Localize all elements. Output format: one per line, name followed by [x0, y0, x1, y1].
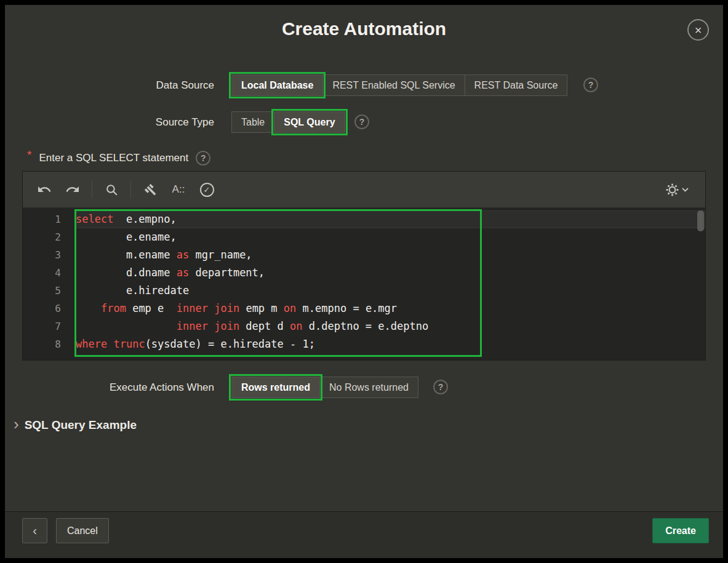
data-source-group: Local DatabaseREST Enabled SQL ServiceRE…: [231, 74, 567, 96]
dialog-title: Create Automation: [0, 18, 728, 39]
help-icon[interactable]: ?: [196, 151, 210, 166]
code-line[interactable]: e.ename,: [76, 228, 705, 246]
source-type-group-option[interactable]: Table: [231, 111, 274, 133]
search-icon: [105, 183, 119, 197]
line-number: 1: [23, 210, 76, 228]
line-number: 4: [23, 264, 76, 282]
sql-query-example-label: SQL Query Example: [25, 418, 137, 432]
close-button[interactable]: ×: [687, 19, 709, 41]
data-source-group-option[interactable]: REST Enabled SQL Service: [322, 74, 465, 96]
undo-icon: [37, 182, 52, 197]
scrollbar-thumb[interactable]: [697, 210, 704, 231]
toolbar-divider: [130, 180, 131, 199]
chevron-right-icon: ›: [14, 416, 19, 432]
footer: ‹ Cancel Create: [5, 511, 723, 558]
help-icon[interactable]: ?: [433, 380, 448, 394]
check-circle-icon: ✓: [200, 183, 214, 197]
source-type-group-option[interactable]: SQL Query: [274, 111, 345, 133]
execute-when-group: Rows returnedNo Rows returned: [231, 377, 418, 398]
code-line[interactable]: e.hiredate: [76, 282, 705, 300]
back-button[interactable]: ‹: [22, 518, 47, 543]
editor-toolbar: A:: ✓: [23, 172, 705, 208]
code-line[interactable]: where trunc(sysdate) = e.hiredate - 1;: [76, 335, 705, 353]
validate-button[interactable]: ✓: [193, 177, 221, 202]
execute-when-group-option[interactable]: No Rows returned: [319, 377, 418, 398]
line-number: 2: [23, 228, 76, 246]
code-area[interactable]: 12345678 select e.empno, e.ename, m.enam…: [23, 208, 705, 361]
sql-query-example-toggle[interactable]: › SQL Query Example: [14, 417, 137, 433]
format-button[interactable]: [136, 177, 164, 202]
autocomplete-button[interactable]: A::: [164, 177, 193, 202]
sql-statement-label: Enter a SQL SELECT statement: [39, 152, 188, 164]
close-icon: ×: [695, 23, 702, 37]
hammer-icon: [144, 183, 157, 196]
redo-icon: [65, 182, 80, 197]
chevron-left-icon: ‹: [33, 524, 37, 537]
code-line[interactable]: d.dname as department,: [76, 264, 705, 282]
line-number: 3: [23, 246, 76, 264]
code-lines: select e.empno, e.ename, m.ename as mgr_…: [76, 210, 705, 361]
gear-icon: [666, 183, 679, 196]
chevron-down-icon: [682, 188, 689, 192]
editor-settings-button[interactable]: [658, 177, 695, 202]
code-line[interactable]: inner join dept d on d.deptno = e.deptno: [76, 317, 705, 335]
sql-editor: A:: ✓ 12345678 select e.empno, e.ename, …: [22, 171, 706, 361]
data-source-group-option[interactable]: REST Data Source: [465, 74, 568, 96]
code-line[interactable]: select e.empno,: [76, 210, 705, 228]
autocomplete-icon: A::: [172, 183, 185, 196]
help-icon[interactable]: ?: [354, 114, 369, 129]
data-source-group-option[interactable]: Local Database: [231, 74, 323, 96]
data-source-label: Data Source: [0, 74, 214, 96]
gutter: 12345678: [23, 210, 76, 361]
help-icon[interactable]: ?: [583, 78, 598, 92]
undo-button[interactable]: [30, 177, 58, 202]
cancel-button[interactable]: Cancel: [56, 518, 109, 543]
line-number: 7: [23, 317, 76, 335]
execute-when-group-option[interactable]: Rows returned: [231, 377, 320, 398]
code-line[interactable]: from emp e inner join emp m on m.empno =…: [76, 300, 705, 317]
source-type-group: TableSQL Query: [231, 111, 345, 133]
find-button[interactable]: [97, 177, 126, 202]
line-number: 6: [23, 300, 76, 317]
create-button[interactable]: Create: [652, 518, 709, 543]
toolbar-divider: [92, 180, 92, 199]
code-line[interactable]: m.ename as mgr_name,: [76, 246, 705, 264]
source-type-label: Source Type: [0, 111, 214, 133]
line-number: 5: [23, 282, 76, 300]
execute-when-label: Execute Actions When: [0, 377, 214, 398]
redo-button[interactable]: [58, 177, 87, 202]
line-number: 8: [23, 335, 76, 353]
required-asterisk: *: [27, 148, 31, 162]
